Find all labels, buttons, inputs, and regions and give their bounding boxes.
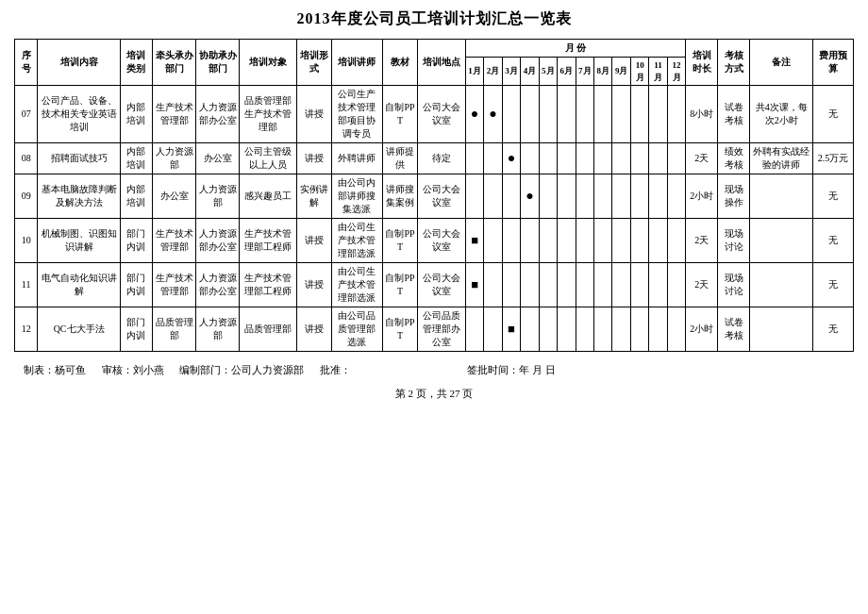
maker: 杨可鱼 [55,364,86,375]
cell-assist: 人力资源部 [196,307,240,352]
cell-cost: 2.5万元 [813,143,854,174]
footer-info: 制表：杨可鱼 审核：刘小燕 编制部门：公司人力资源部 批准： 签批时间：年 月 … [24,363,556,377]
cell-month-7 [576,143,593,174]
cell-note [750,307,813,352]
cell-trainer: 由公司生产技术管理部选派 [331,219,383,263]
col-header-month-11: 11月 [649,58,667,86]
cell-month-12 [667,307,685,352]
cell-month-8 [594,263,612,307]
dept-label: 编制部门： [179,364,231,375]
cell-assess: 现场讨论 [718,263,750,307]
cell-lead: 生产技术管理部 [152,219,195,263]
cell-location: 公司大会议室 [417,86,465,143]
cell-seq: 07 [15,86,38,143]
cell-assist: 人力资源部办公室 [196,86,240,143]
cell-form: 讲授 [297,86,331,143]
cell-month-2 [484,143,502,174]
page-title: 2013年度公司员工培训计划汇总一览表 [14,9,854,29]
cell-month-1 [465,143,483,174]
cell-duration: 2天 [686,263,718,307]
cell-location: 待定 [417,143,465,174]
cell-month-6 [558,86,576,143]
cell-duration: 2天 [686,143,718,174]
cell-type: 内部培训 [120,86,152,143]
cell-month-1: ■ [465,219,483,263]
cell-lead: 生产技术管理部 [152,263,195,307]
dept: 公司人力资源部 [231,364,304,375]
cell-month-7 [576,86,593,143]
cell-note [750,219,813,263]
cell-cost: 无 [813,174,854,219]
cell-month-6 [558,174,576,219]
cell-lead: 生产技术管理部 [152,86,195,143]
col-header-month-3: 3月 [502,58,520,86]
approver-label: 批准： [320,364,351,375]
cell-type: 内部培训 [120,174,152,219]
cell-month-10 [630,219,648,263]
cell-month-12 [667,174,685,219]
cell-location: 公司品质管理部办公室 [417,307,465,352]
cell-assess: 现场操作 [718,174,750,219]
cell-month-5 [539,86,557,143]
cell-month-4 [521,86,539,143]
col-header-location: 培训地点 [417,40,465,86]
cell-target: 公司主管级以上人员 [240,143,297,174]
cell-trainer: 外聘讲师 [331,143,383,174]
table-row: 07公司产品、设备、技术相关专业英语培训内部培训生产技术管理部人力资源部办公室品… [15,86,854,143]
cell-month-7 [576,263,593,307]
cell-month-11 [649,86,667,143]
cell-month-2: ● [484,86,502,143]
col-header-lead: 牵头承办部门 [152,40,195,86]
cell-content: 公司产品、设备、技术相关专业英语培训 [38,86,121,143]
table-row: 12QC七大手法部门内训品质管理部人力资源部品质管理部讲授由公司品质管理部选派自… [15,307,854,352]
date: 年 月 日 [519,364,556,375]
cell-trainer: 由公司生产技术管理部选派 [331,263,383,307]
cell-assess: 试卷考核 [718,307,750,352]
cell-target: 品质管理部生产技术管理部 [240,86,297,143]
cell-month-7 [576,219,593,263]
cell-note: 外聘有实战经验的讲师 [750,143,813,174]
cell-content: 机械制图、识图知识讲解 [38,219,121,263]
cell-month-3: ■ [502,307,520,352]
cell-month-8 [594,174,612,219]
cell-month-1 [465,174,483,219]
cell-location: 公司大会议室 [417,219,465,263]
cell-content: 招聘面试技巧 [38,143,121,174]
table-row: 11电气自动化知识讲解部门内训生产技术管理部人力资源部办公室生产技术管理部工程师… [15,263,854,307]
cell-month-9 [612,263,630,307]
cell-month-11 [649,143,667,174]
cell-material: 自制PPT [383,263,417,307]
cell-month-4 [521,143,539,174]
cell-month-7 [576,307,593,352]
cell-material: 讲师提供 [383,143,417,174]
cell-month-1: ■ [465,263,483,307]
col-header-material: 教材 [383,40,417,86]
cell-month-12 [667,143,685,174]
cell-material: 讲师搜集案例 [383,174,417,219]
col-header-month-8: 8月 [594,58,612,86]
cell-form: 实例讲解 [297,174,331,219]
cell-assess: 现场讨论 [718,219,750,263]
cell-month-9 [612,307,630,352]
cell-month-7 [576,174,593,219]
col-header-content: 培训内容 [38,40,121,86]
cell-month-5 [539,174,557,219]
cell-month-5 [539,307,557,352]
cell-content: QC七大手法 [38,307,121,352]
cell-month-10 [630,143,648,174]
cell-duration: 2小时 [686,307,718,352]
cell-material: 自制PPT [383,307,417,352]
cell-month-2 [484,219,502,263]
cell-month-5 [539,143,557,174]
page-number: 第 2 页，共 27 页 [14,387,854,401]
cell-note: 共4次课，每次2小时 [750,86,813,143]
cell-lead: 人力资源部 [152,143,195,174]
col-header-month-5: 5月 [539,58,557,86]
cell-month-9 [612,143,630,174]
cell-month-8 [594,143,612,174]
col-header-note: 备注 [750,40,813,86]
cell-type: 部门内训 [120,307,152,352]
cell-month-12 [667,219,685,263]
cell-seq: 08 [15,143,38,174]
cell-month-8 [594,219,612,263]
